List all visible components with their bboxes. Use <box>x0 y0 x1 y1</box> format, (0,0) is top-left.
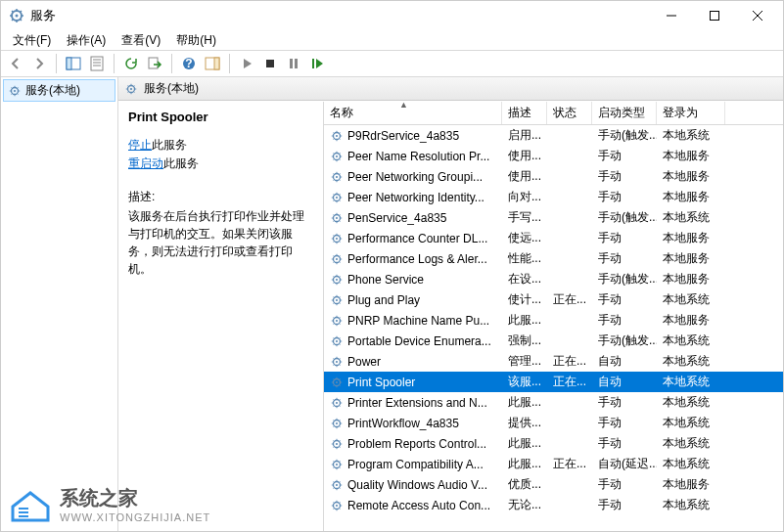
gear-icon <box>8 84 22 98</box>
service-row[interactable]: Performance Counter DL...使远...手动本地服务 <box>324 228 783 248</box>
cell-logon: 本地系统 <box>657 289 725 310</box>
service-row[interactable]: Remote Access Auto Con...无论...手动本地系统 <box>324 495 783 515</box>
col-logon[interactable]: 登录为 <box>657 102 725 124</box>
forward-button[interactable] <box>28 53 50 74</box>
cell-status: 正在... <box>547 454 592 474</box>
cell-status <box>547 146 592 166</box>
cell-logon: 本地服务 <box>657 269 725 289</box>
close-button[interactable] <box>736 1 779 30</box>
watermark-sub: WWW.XITONGZHIJIA.NET <box>60 511 210 523</box>
stop-service-button[interactable] <box>259 53 281 74</box>
cell-status <box>547 248 592 269</box>
toolbar: ? <box>1 50 783 77</box>
col-status[interactable]: 状态 <box>547 102 592 124</box>
service-row[interactable]: Peer Name Resolution Pr...使用...手动本地服务 <box>324 146 783 166</box>
cell-start: 手动(触发... <box>592 207 657 228</box>
service-row[interactable]: PNRP Machine Name Pu...此服...手动本地服务 <box>324 310 783 331</box>
service-row[interactable]: Program Compatibility A...此服...正在...自动(延… <box>324 454 783 474</box>
cell-status <box>547 392 592 413</box>
tree-pane: 服务(本地) <box>1 77 118 531</box>
help-button[interactable]: ? <box>178 53 200 74</box>
service-row[interactable]: P9RdrService_4a835启用...手动(触发...本地系统 <box>324 125 783 146</box>
menu-action[interactable]: 操作(A) <box>61 30 112 51</box>
cell-status <box>547 331 592 351</box>
maximize-button[interactable] <box>693 1 736 30</box>
cell-desc: 使远... <box>502 228 547 248</box>
cell-start: 自动 <box>592 372 657 392</box>
minimize-button[interactable] <box>650 1 693 30</box>
service-row[interactable]: Plug and Play使计...正在...手动本地系统 <box>324 289 783 310</box>
svg-point-26 <box>336 196 338 198</box>
service-row[interactable]: Problem Reports Control...此服...手动本地系统 <box>324 433 783 454</box>
separator <box>229 54 230 73</box>
cell-name: Portable Device Enumera... <box>324 331 502 351</box>
service-row[interactable]: Peer Networking Groupi...使用...手动本地服务 <box>324 166 783 187</box>
svg-rect-4 <box>67 58 71 69</box>
svg-rect-14 <box>312 59 314 68</box>
start-service-button[interactable] <box>236 53 257 74</box>
right-pane: 服务(本地) Print Spooler 停止此服务 重启动此服务 描述: 该服… <box>118 77 783 531</box>
restart-service-button[interactable] <box>306 53 328 74</box>
cell-desc: 优质... <box>502 474 547 495</box>
gear-icon <box>330 170 344 184</box>
service-row[interactable]: Peer Networking Identity...向对...手动本地服务 <box>324 187 783 207</box>
cell-start: 手动 <box>592 187 657 207</box>
service-row[interactable]: PrintWorkflow_4a835提供...手动本地系统 <box>324 413 783 433</box>
pause-service-button[interactable] <box>283 53 304 74</box>
menu-help[interactable]: 帮助(H) <box>170 30 222 51</box>
list-header: ▲ 名称 描述 状态 启动类型 登录为 <box>324 102 783 125</box>
menu-file[interactable]: 文件(F) <box>7 30 57 51</box>
back-button[interactable] <box>5 53 26 74</box>
cell-logon: 本地系统 <box>657 351 725 372</box>
cell-name: Performance Counter DL... <box>324 228 502 248</box>
svg-point-40 <box>336 339 338 341</box>
col-desc[interactable]: 描述 <box>502 102 547 124</box>
cell-start: 手动 <box>592 433 657 454</box>
service-row[interactable]: Performance Logs & Aler...性能...手动本地服务 <box>324 248 783 269</box>
export-button[interactable] <box>144 53 165 74</box>
cell-logon: 本地系统 <box>657 125 725 146</box>
cell-logon: 本地服务 <box>657 166 725 187</box>
action-pane-button[interactable] <box>202 53 223 74</box>
cell-start: 手动 <box>592 166 657 187</box>
service-row[interactable]: Printer Extensions and N...此服...手动本地系统 <box>324 392 783 413</box>
cell-start: 手动 <box>592 392 657 413</box>
tree-root-item[interactable]: 服务(本地) <box>3 79 115 102</box>
properties-button[interactable] <box>86 53 108 74</box>
menu-view[interactable]: 查看(V) <box>115 30 166 51</box>
cell-start: 手动 <box>592 474 657 495</box>
service-row[interactable]: Power管理...正在...自动本地系统 <box>324 351 783 372</box>
cell-status <box>547 166 592 187</box>
service-row[interactable]: PenService_4a835手写...手动(触发...本地系统 <box>324 207 783 228</box>
restart-link[interactable]: 重启动 <box>128 156 163 170</box>
watermark-title: 系统之家 <box>60 485 210 511</box>
service-row[interactable]: Phone Service在设...手动(触发...本地服务 <box>324 269 783 289</box>
pane-body: Print Spooler 停止此服务 重启动此服务 描述: 该服务在后台执行打… <box>118 101 783 531</box>
cell-status <box>547 187 592 207</box>
cell-name: P9RdrService_4a835 <box>324 125 502 146</box>
col-name[interactable]: 名称 <box>324 102 502 124</box>
detail-title: Print Spooler <box>128 110 313 124</box>
stop-link[interactable]: 停止 <box>128 138 152 152</box>
gear-icon <box>330 314 344 328</box>
service-row[interactable]: Quality Windows Audio V...优质...手动本地服务 <box>324 474 783 495</box>
svg-point-48 <box>336 421 338 423</box>
gear-icon <box>330 499 344 512</box>
detail-links: 停止此服务 重启动此服务 <box>128 136 313 173</box>
svg-rect-5 <box>91 57 103 70</box>
cell-status <box>547 413 592 433</box>
cell-desc: 手写... <box>502 207 547 228</box>
col-start[interactable]: 启动类型 <box>592 102 657 124</box>
cell-status <box>547 474 592 495</box>
service-row[interactable]: Portable Device Enumera...强制...手动(触发...本… <box>324 331 783 351</box>
refresh-button[interactable] <box>120 53 142 74</box>
sort-indicator-icon: ▲ <box>399 102 408 110</box>
cell-start: 手动 <box>592 413 657 433</box>
cell-logon: 本地系统 <box>657 433 725 454</box>
show-hide-tree-button[interactable] <box>63 53 84 74</box>
cell-desc: 向对... <box>502 187 547 207</box>
service-row[interactable]: Print Spooler该服...正在...自动本地系统 <box>324 372 783 392</box>
svg-point-42 <box>336 360 338 362</box>
cell-start: 手动 <box>592 228 657 248</box>
cell-desc: 启用... <box>502 125 547 146</box>
